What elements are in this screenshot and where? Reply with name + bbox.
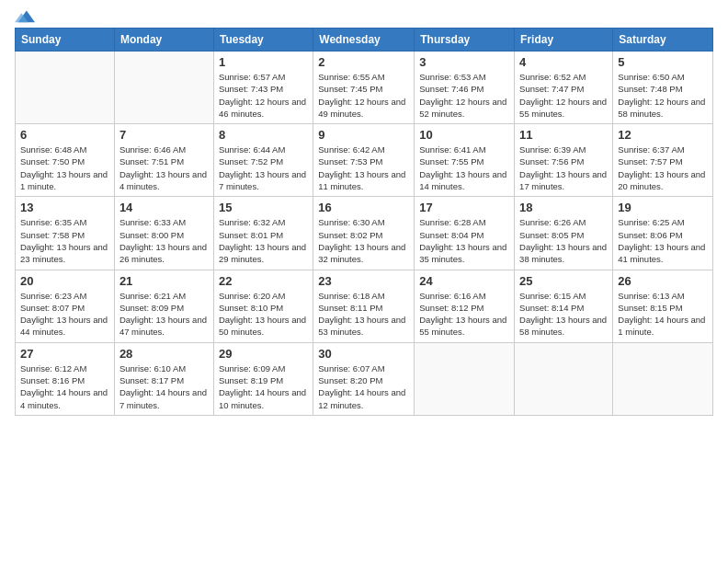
- day-number: 12: [618, 128, 708, 142]
- daylight: Daylight: 13 hours and 50 minutes.: [219, 315, 306, 337]
- day-info: Sunrise: 6:20 AMSunset: 8:10 PMDaylight:…: [219, 290, 308, 339]
- sunrise: Sunrise: 6:09 AM: [219, 363, 285, 373]
- day-number: 17: [419, 201, 509, 214]
- calendar-week-3: 13Sunrise: 6:35 AMSunset: 7:58 PMDayligh…: [16, 197, 713, 270]
- day-number: 24: [419, 274, 509, 288]
- daylight: Daylight: 13 hours and 17 minutes.: [519, 169, 607, 191]
- calendar-table: SundayMondayTuesdayWednesdayThursdayFrid…: [15, 28, 713, 416]
- sunrise: Sunrise: 6:10 AM: [119, 363, 186, 373]
- sunrise: Sunrise: 6:26 AM: [519, 217, 586, 227]
- sunset: Sunset: 8:17 PM: [119, 375, 184, 385]
- sunset: Sunset: 8:09 PM: [119, 303, 184, 313]
- header: [15, 9, 713, 22]
- day-info: Sunrise: 6:46 AMSunset: 7:51 PMDaylight:…: [119, 144, 209, 192]
- day-info: Sunrise: 6:41 AMSunset: 7:55 PMDaylight:…: [419, 144, 509, 192]
- sunset: Sunset: 8:04 PM: [419, 230, 483, 240]
- sunset: Sunset: 7:57 PM: [618, 156, 682, 167]
- logo-icon: [15, 6, 35, 26]
- daylight: Daylight: 13 hours and 53 minutes.: [318, 315, 405, 337]
- sunset: Sunset: 8:12 PM: [419, 303, 483, 313]
- sunset: Sunset: 7:52 PM: [219, 156, 283, 167]
- sunset: Sunset: 8:19 PM: [219, 375, 283, 385]
- daylight: Daylight: 13 hours and 11 minutes.: [318, 169, 405, 191]
- sunset: Sunset: 8:11 PM: [318, 303, 382, 313]
- sunset: Sunset: 7:47 PM: [519, 84, 584, 94]
- sunrise: Sunrise: 6:44 AM: [219, 144, 285, 155]
- sunset: Sunset: 8:10 PM: [219, 303, 283, 313]
- calendar-cell: 30Sunrise: 6:07 AMSunset: 8:20 PMDayligh…: [313, 342, 415, 415]
- day-number: 23: [318, 274, 409, 288]
- calendar-cell: 20Sunrise: 6:23 AMSunset: 8:07 PMDayligh…: [16, 270, 115, 342]
- day-info: Sunrise: 6:42 AMSunset: 7:53 PMDaylight:…: [318, 144, 409, 192]
- calendar-cell: 7Sunrise: 6:46 AMSunset: 7:51 PMDaylight…: [114, 124, 213, 197]
- daylight: Daylight: 12 hours and 52 minutes.: [419, 97, 506, 119]
- day-number: 18: [519, 201, 608, 214]
- calendar-weekday-saturday: Saturday: [613, 29, 713, 52]
- day-number: 27: [20, 347, 109, 361]
- daylight: Daylight: 13 hours and 7 minutes.: [219, 169, 306, 191]
- day-info: Sunrise: 6:37 AMSunset: 7:57 PMDaylight:…: [618, 144, 708, 192]
- calendar-week-5: 27Sunrise: 6:12 AMSunset: 8:16 PMDayligh…: [16, 342, 713, 415]
- logo: [15, 9, 35, 22]
- day-info: Sunrise: 6:30 AMSunset: 8:02 PMDaylight:…: [318, 216, 409, 265]
- day-info: Sunrise: 6:13 AMSunset: 8:15 PMDaylight:…: [618, 290, 708, 339]
- sunset: Sunset: 8:02 PM: [318, 230, 382, 240]
- sunrise: Sunrise: 6:57 AM: [219, 72, 285, 82]
- calendar-cell: 27Sunrise: 6:12 AMSunset: 8:16 PMDayligh…: [16, 342, 115, 415]
- calendar-cell: 28Sunrise: 6:10 AMSunset: 8:17 PMDayligh…: [114, 342, 213, 415]
- daylight: Daylight: 14 hours and 12 minutes.: [318, 387, 405, 409]
- day-number: 15: [219, 201, 308, 214]
- day-number: 14: [119, 201, 209, 214]
- sunrise: Sunrise: 6:28 AM: [419, 217, 485, 227]
- sunrise: Sunrise: 6:32 AM: [219, 217, 285, 227]
- day-number: 16: [318, 201, 409, 214]
- sunset: Sunset: 8:20 PM: [318, 375, 382, 385]
- sunrise: Sunrise: 6:53 AM: [419, 72, 485, 82]
- daylight: Daylight: 14 hours and 10 minutes.: [219, 387, 306, 409]
- calendar-cell: 5Sunrise: 6:50 AMSunset: 7:48 PMDaylight…: [613, 52, 713, 124]
- day-info: Sunrise: 6:50 AMSunset: 7:48 PMDaylight:…: [618, 71, 708, 120]
- day-number: 10: [419, 128, 509, 142]
- day-info: Sunrise: 6:15 AMSunset: 8:14 PMDaylight:…: [519, 290, 608, 339]
- daylight: Daylight: 13 hours and 23 minutes.: [20, 242, 108, 264]
- calendar-cell: 25Sunrise: 6:15 AMSunset: 8:14 PMDayligh…: [515, 270, 613, 342]
- sunset: Sunset: 8:07 PM: [20, 303, 85, 313]
- daylight: Daylight: 14 hours and 4 minutes.: [20, 387, 108, 409]
- daylight: Daylight: 13 hours and 38 minutes.: [519, 242, 607, 264]
- day-number: 21: [119, 274, 209, 288]
- day-number: 7: [119, 128, 209, 142]
- sunrise: Sunrise: 6:55 AM: [318, 72, 384, 82]
- day-info: Sunrise: 6:21 AMSunset: 8:09 PMDaylight:…: [119, 290, 209, 339]
- calendar-cell: 3Sunrise: 6:53 AMSunset: 7:46 PMDaylight…: [415, 52, 515, 124]
- day-number: 22: [219, 274, 308, 288]
- sunset: Sunset: 7:48 PM: [618, 84, 682, 94]
- day-info: Sunrise: 6:44 AMSunset: 7:52 PMDaylight:…: [219, 144, 308, 192]
- calendar-cell: 26Sunrise: 6:13 AMSunset: 8:15 PMDayligh…: [613, 270, 713, 342]
- calendar-cell: 8Sunrise: 6:44 AMSunset: 7:52 PMDaylight…: [213, 124, 313, 197]
- sunset: Sunset: 7:51 PM: [119, 156, 184, 167]
- calendar-week-1: 1Sunrise: 6:57 AMSunset: 7:43 PMDaylight…: [16, 52, 713, 124]
- day-info: Sunrise: 6:32 AMSunset: 8:01 PMDaylight:…: [219, 216, 308, 265]
- day-info: Sunrise: 6:16 AMSunset: 8:12 PMDaylight:…: [419, 290, 509, 339]
- sunset: Sunset: 8:16 PM: [20, 375, 85, 385]
- calendar-cell: 6Sunrise: 6:48 AMSunset: 7:50 PMDaylight…: [16, 124, 115, 197]
- calendar-cell: 1Sunrise: 6:57 AMSunset: 7:43 PMDaylight…: [213, 52, 313, 124]
- day-number: 25: [519, 274, 608, 288]
- day-info: Sunrise: 6:10 AMSunset: 8:17 PMDaylight:…: [119, 362, 209, 411]
- page: SundayMondayTuesdayWednesdayThursdayFrid…: [0, 0, 728, 563]
- sunset: Sunset: 7:43 PM: [219, 84, 283, 94]
- calendar-cell: 18Sunrise: 6:26 AMSunset: 8:05 PMDayligh…: [515, 197, 613, 270]
- daylight: Daylight: 13 hours and 29 minutes.: [219, 242, 306, 264]
- sunrise: Sunrise: 6:39 AM: [519, 144, 586, 155]
- day-number: 28: [119, 347, 209, 361]
- daylight: Daylight: 12 hours and 58 minutes.: [618, 97, 705, 119]
- day-info: Sunrise: 6:52 AMSunset: 7:47 PMDaylight:…: [519, 71, 608, 120]
- daylight: Daylight: 12 hours and 49 minutes.: [318, 97, 405, 119]
- calendar-weekday-friday: Friday: [515, 29, 613, 52]
- calendar-cell: 19Sunrise: 6:25 AMSunset: 8:06 PMDayligh…: [613, 197, 713, 270]
- sunset: Sunset: 7:45 PM: [318, 84, 382, 94]
- calendar-weekday-tuesday: Tuesday: [213, 29, 313, 52]
- calendar-cell: 23Sunrise: 6:18 AMSunset: 8:11 PMDayligh…: [313, 270, 415, 342]
- calendar-cell: 12Sunrise: 6:37 AMSunset: 7:57 PMDayligh…: [613, 124, 713, 197]
- day-number: 8: [219, 128, 308, 142]
